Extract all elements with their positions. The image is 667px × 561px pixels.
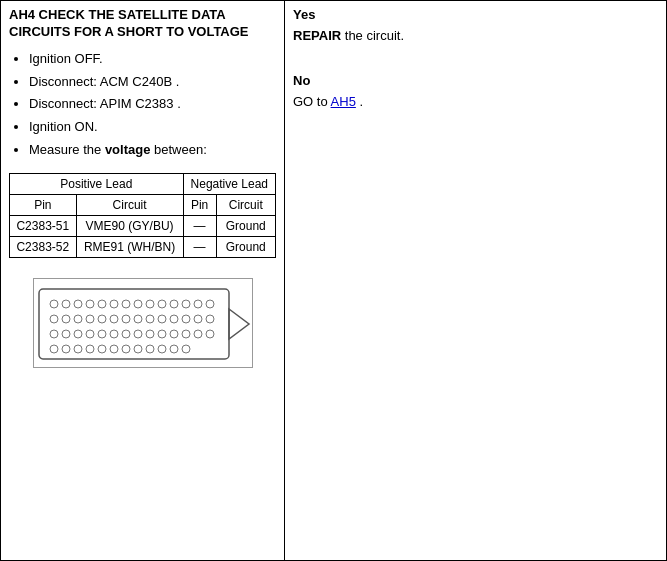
svg-point-46 xyxy=(74,345,82,353)
svg-point-25 xyxy=(158,315,166,323)
sub-header-pin1: Pin xyxy=(10,194,77,215)
neg-pin-1: — xyxy=(183,215,216,236)
svg-point-9 xyxy=(134,300,142,308)
neg-pin-2: — xyxy=(183,236,216,257)
svg-point-54 xyxy=(170,345,178,353)
positive-lead-header: Positive Lead xyxy=(10,173,184,194)
sub-header-circuit2: Circuit xyxy=(216,194,275,215)
svg-point-21 xyxy=(110,315,118,323)
result-yes-label: Yes xyxy=(293,7,658,22)
pos-circuit-1: VME90 (GY/BU) xyxy=(76,215,183,236)
page-title: AH4 CHECK THE SATELLITE DATA CIRCUITS FO… xyxy=(9,7,276,41)
svg-point-23 xyxy=(134,315,142,323)
svg-point-15 xyxy=(206,300,214,308)
svg-point-44 xyxy=(50,345,58,353)
svg-point-6 xyxy=(98,300,106,308)
svg-point-27 xyxy=(182,315,190,323)
svg-point-11 xyxy=(158,300,166,308)
svg-point-38 xyxy=(146,330,154,338)
svg-point-10 xyxy=(146,300,154,308)
sub-header-pin2: Pin xyxy=(183,194,216,215)
list-item: Ignition ON. xyxy=(29,117,276,138)
list-item: Disconnect: ACM C240B . xyxy=(29,72,276,93)
table-row: C2383-51 VME90 (GY/BU) — Ground xyxy=(10,215,276,236)
bold-word: voltage xyxy=(105,142,151,157)
svg-point-50 xyxy=(122,345,130,353)
svg-point-29 xyxy=(206,315,214,323)
sub-header-circuit1: Circuit xyxy=(76,194,183,215)
svg-point-14 xyxy=(194,300,202,308)
svg-point-49 xyxy=(110,345,118,353)
pos-pin-1: C2383-51 xyxy=(10,215,77,236)
svg-point-55 xyxy=(182,345,190,353)
svg-point-22 xyxy=(122,315,130,323)
result-yes-action: REPAIR the circuit. xyxy=(293,26,658,46)
svg-point-32 xyxy=(74,330,82,338)
svg-point-16 xyxy=(50,315,58,323)
svg-point-35 xyxy=(110,330,118,338)
svg-point-5 xyxy=(86,300,94,308)
svg-point-43 xyxy=(206,330,214,338)
list-item: Measure the voltage between: xyxy=(29,140,276,161)
svg-point-26 xyxy=(170,315,178,323)
svg-point-52 xyxy=(146,345,154,353)
svg-point-4 xyxy=(74,300,82,308)
negative-lead-header: Negative Lead xyxy=(183,173,275,194)
go-to-text: GO to xyxy=(293,94,331,109)
neg-circuit-1: Ground xyxy=(216,215,275,236)
list-item: Ignition OFF. xyxy=(29,49,276,70)
svg-point-3 xyxy=(62,300,70,308)
svg-marker-1 xyxy=(229,309,249,339)
svg-point-2 xyxy=(50,300,58,308)
left-panel: AH4 CHECK THE SATELLITE DATA CIRCUITS FO… xyxy=(1,1,285,560)
svg-point-28 xyxy=(194,315,202,323)
svg-point-12 xyxy=(170,300,178,308)
svg-point-34 xyxy=(98,330,106,338)
connector-svg xyxy=(33,278,253,368)
svg-point-30 xyxy=(50,330,58,338)
svg-point-7 xyxy=(110,300,118,308)
pos-pin-2: C2383-52 xyxy=(10,236,77,257)
svg-point-42 xyxy=(194,330,202,338)
svg-point-41 xyxy=(182,330,190,338)
svg-point-37 xyxy=(134,330,142,338)
result-no-action: GO to AH5 . xyxy=(293,92,658,112)
connector-diagram xyxy=(9,278,276,368)
go-to-suffix: . xyxy=(356,94,363,109)
pos-circuit-2: RME91 (WH/BN) xyxy=(76,236,183,257)
table-row: C2383-52 RME91 (WH/BN) — Ground xyxy=(10,236,276,257)
svg-point-39 xyxy=(158,330,166,338)
svg-point-13 xyxy=(182,300,190,308)
svg-point-47 xyxy=(86,345,94,353)
ah5-link[interactable]: AH5 xyxy=(331,94,356,109)
svg-point-53 xyxy=(158,345,166,353)
svg-point-36 xyxy=(122,330,130,338)
svg-point-17 xyxy=(62,315,70,323)
svg-point-8 xyxy=(122,300,130,308)
list-item: Disconnect: APIM C2383 . xyxy=(29,94,276,115)
repair-text: REPAIR the circuit. xyxy=(293,28,404,43)
svg-point-24 xyxy=(146,315,154,323)
svg-point-48 xyxy=(98,345,106,353)
neg-circuit-2: Ground xyxy=(216,236,275,257)
steps-list: Ignition OFF. Disconnect: ACM C240B . Di… xyxy=(9,49,276,161)
svg-point-19 xyxy=(86,315,94,323)
svg-point-31 xyxy=(62,330,70,338)
page-wrapper: AH4 CHECK THE SATELLITE DATA CIRCUITS FO… xyxy=(0,0,667,561)
svg-point-51 xyxy=(134,345,142,353)
svg-point-18 xyxy=(74,315,82,323)
right-panel: Yes REPAIR the circuit. No GO to AH5 . xyxy=(285,1,666,560)
svg-point-45 xyxy=(62,345,70,353)
svg-point-20 xyxy=(98,315,106,323)
connector-table: Positive Lead Negative Lead Pin Circuit … xyxy=(9,173,276,258)
svg-point-40 xyxy=(170,330,178,338)
svg-point-33 xyxy=(86,330,94,338)
result-no-label: No xyxy=(293,73,658,88)
